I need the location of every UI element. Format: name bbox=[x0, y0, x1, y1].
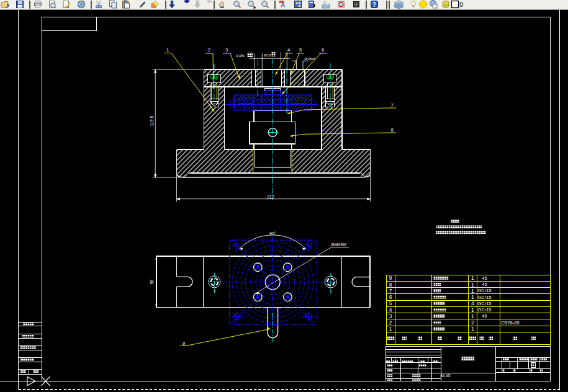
svg-text:8: 8 bbox=[389, 282, 392, 288]
svg-text:2: 2 bbox=[208, 47, 210, 53]
svg-text:Ø13: Ø13 bbox=[264, 53, 271, 57]
svg-text:45: 45 bbox=[482, 282, 487, 287]
svg-text:6: 6 bbox=[322, 47, 324, 53]
svg-text:4: 4 bbox=[471, 300, 474, 306]
svg-text:9: 9 bbox=[183, 341, 185, 346]
svg-text:9: 9 bbox=[389, 275, 392, 281]
svg-text:7: 7 bbox=[389, 288, 392, 294]
svg-text:119.5: 119.5 bbox=[150, 115, 154, 126]
svg-text:4-Ø9: 4-Ø9 bbox=[236, 54, 245, 58]
svg-text:90°: 90° bbox=[269, 231, 276, 236]
svg-text:5: 5 bbox=[389, 300, 392, 306]
svg-text:2: 2 bbox=[471, 319, 474, 326]
svg-text:45: 45 bbox=[482, 275, 487, 281]
svg-text:GCr15: GCr15 bbox=[477, 307, 491, 313]
svg-text:3: 3 bbox=[225, 47, 228, 53]
svg-text:1: 1 bbox=[471, 294, 474, 300]
svg-text:GCr15: GCr15 bbox=[477, 295, 491, 300]
svg-text:8: 8 bbox=[390, 127, 393, 133]
svg-text:GCr15: GCr15 bbox=[477, 301, 491, 306]
svg-text:45: 45 bbox=[482, 313, 487, 319]
svg-text:4: 4 bbox=[287, 47, 290, 53]
svg-text:1: 1 bbox=[471, 275, 474, 281]
svg-text:6: 6 bbox=[389, 294, 392, 300]
svg-text:212: 212 bbox=[267, 195, 274, 199]
svg-text:7: 7 bbox=[390, 102, 393, 108]
svg-text:1: 1 bbox=[471, 326, 474, 332]
svg-text:1: 1 bbox=[166, 47, 169, 53]
svg-text:GCr15: GCr15 bbox=[477, 288, 491, 293]
svg-text:CB78-85: CB78-85 bbox=[501, 320, 520, 326]
svg-text:56: 56 bbox=[150, 279, 154, 284]
svg-text:1: 1 bbox=[389, 326, 392, 332]
svg-text:3: 3 bbox=[389, 313, 392, 319]
svg-text:Ø46H06: Ø46H06 bbox=[331, 243, 347, 247]
svg-text:4: 4 bbox=[389, 307, 392, 313]
svg-text:1: 1 bbox=[471, 288, 474, 294]
svg-text:1: 1 bbox=[471, 307, 474, 313]
svg-text:1: 1 bbox=[471, 282, 474, 288]
svg-text:1: 1 bbox=[471, 313, 474, 319]
svg-text:44.45: 44.45 bbox=[440, 373, 451, 378]
svg-text:2: 2 bbox=[389, 319, 392, 326]
svg-text:5: 5 bbox=[299, 47, 302, 53]
